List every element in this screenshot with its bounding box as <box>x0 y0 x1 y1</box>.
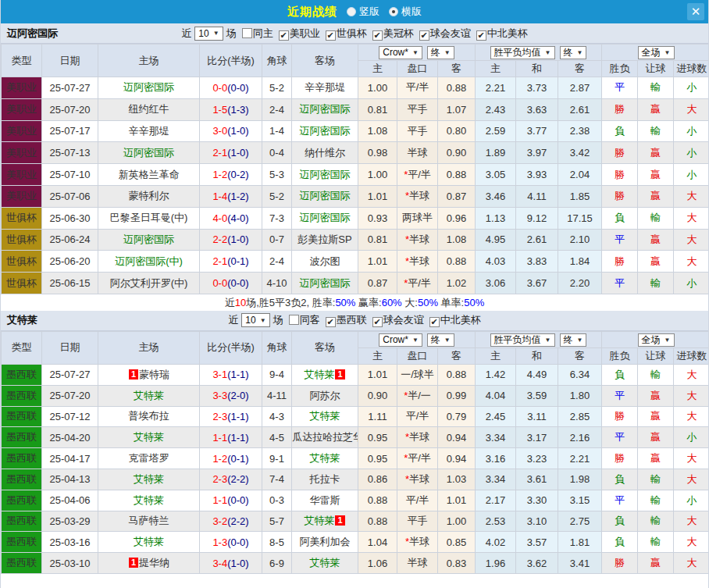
header-dropdown[interactable]: 终▼ <box>427 46 454 59</box>
home-team-name[interactable]: 阿尔艾利开罗(中) <box>110 277 188 289</box>
home-team-name[interactable]: 蒙特利尔 <box>129 190 169 201</box>
filter-checkbox[interactable]: ✔ <box>326 30 336 41</box>
table-row: 墨西联25-04-13艾特莱2-3(2-2)7-4托拉卡0.86*半球1.033… <box>2 469 709 490</box>
home-team-name[interactable]: 辛辛那堤 <box>129 125 169 137</box>
corners-cell: 7-3 <box>262 207 292 229</box>
goals-result: 小 <box>674 427 709 448</box>
away-team-name[interactable]: 阿美利加会 <box>300 536 351 547</box>
league-type-badge: 美职业 <box>2 142 42 164</box>
wdl-mean-value: 3.30 <box>516 490 558 511</box>
home-team-name[interactable]: 巴黎圣日耳曼(中) <box>110 212 188 223</box>
match-count-select[interactable]: 10▼ <box>194 27 223 41</box>
away-team-name[interactable]: 艾特莱 <box>310 452 340 464</box>
home-team-name[interactable]: 艾特莱 <box>134 494 164 506</box>
handicap-odds: 0.93 <box>358 207 397 229</box>
filter-checkbox[interactable]: ✔ <box>372 30 383 41</box>
handicap-result: 輸 <box>638 364 674 385</box>
home-team-name[interactable]: 克雷塔罗 <box>129 452 169 464</box>
corners-cell: 0-4 <box>262 142 292 164</box>
wdl-mean-value: 3.93 <box>516 164 558 186</box>
filter-checkbox[interactable] <box>289 315 299 325</box>
filter-checkbox[interactable]: ✔ <box>419 30 429 41</box>
home-team-name[interactable]: 马萨特兰 <box>129 515 169 526</box>
wdl-mean-value: 2.75 <box>558 511 602 532</box>
header-dropdown[interactable]: 终▼ <box>560 46 587 59</box>
header-dropdown[interactable]: 全场▼ <box>638 46 675 59</box>
away-team-name[interactable]: 彭美拉斯SP <box>297 233 351 245</box>
away-team-name[interactable]: 迈阿密国际 <box>300 125 351 137</box>
handicap-odds: 0.90 <box>438 142 476 164</box>
home-team-name[interactable]: 新英格兰革命 <box>119 169 180 180</box>
handicap-result: 輸 <box>638 207 674 229</box>
filter-checkbox[interactable] <box>242 28 252 38</box>
corners-cell: 7-4 <box>262 469 292 490</box>
away-team-name[interactable]: 托拉卡 <box>310 473 340 485</box>
column-header: 主场 <box>98 45 200 77</box>
away-team-name[interactable]: 辛辛那堤 <box>305 81 345 93</box>
away-team-name[interactable]: 波尔图 <box>310 255 340 267</box>
goals-result: 大 <box>674 229 709 251</box>
handicap-odds: 0.94 <box>438 448 476 469</box>
handicap-line: 平/半 <box>397 490 438 511</box>
win-lose-result: 負 <box>602 511 638 532</box>
away-team-name[interactable]: 艾特莱 <box>304 515 334 526</box>
away-team-name[interactable]: 瓜达拉哈拉芝华士 <box>292 431 358 443</box>
home-team-name[interactable]: 艾特莱 <box>134 390 164 401</box>
filter-checkbox[interactable]: ✔ <box>279 30 289 41</box>
summary-segment: 单率: <box>438 297 464 308</box>
home-team-name[interactable]: 艾特莱 <box>134 473 164 485</box>
filter-checkbox[interactable]: ✔ <box>476 30 486 41</box>
header-dropdown[interactable]: 全场▼ <box>638 333 675 347</box>
filter-checkbox[interactable]: ✔ <box>429 317 440 327</box>
home-team-name[interactable]: 迈阿密国际 <box>123 147 174 159</box>
match-count-select[interactable]: 10▼ <box>241 313 269 327</box>
header-dropdown[interactable]: 终▼ <box>560 333 587 347</box>
filter-checkbox[interactable]: ✔ <box>326 317 336 327</box>
away-team-name[interactable]: 华雷斯 <box>310 494 340 506</box>
home-team-name[interactable]: 迈阿密国际 <box>123 233 174 245</box>
away-team-name[interactable]: 迈阿密国际 <box>300 169 351 180</box>
dropdown-group-cell: Crow*▼终▼ <box>358 45 476 61</box>
goals-result: 小 <box>674 273 709 294</box>
league-type-badge: 美职业 <box>2 98 42 120</box>
away-team-name[interactable]: 阿苏尔 <box>310 390 340 401</box>
home-team-name[interactable]: 提华纳 <box>139 557 169 568</box>
away-team-cell: 艾特莱 <box>292 406 358 427</box>
wdl-mean-value: 3.05 <box>476 164 516 186</box>
wdl-mean-value: 3.10 <box>516 511 558 532</box>
home-team-name[interactable]: 纽约红牛 <box>129 103 169 115</box>
away-team-name[interactable]: 迈阿密国际 <box>300 103 351 115</box>
home-team-name[interactable]: 迈阿密国际(中) <box>115 255 183 267</box>
away-team-name[interactable]: 艾特莱 <box>304 369 334 380</box>
close-icon[interactable]: ✕ <box>687 3 704 20</box>
wdl-mean-value: 3.17 <box>516 427 558 448</box>
home-team-name[interactable]: 艾特莱 <box>134 536 164 547</box>
away-team-name[interactable]: 迈阿密国际 <box>300 277 351 289</box>
home-team-name[interactable]: 艾特莱 <box>134 431 164 443</box>
header-dropdown[interactable]: 胜平负均值▼ <box>490 333 555 347</box>
handicap-odds: 1.02 <box>438 273 476 294</box>
handicap-odds: 0.88 <box>358 511 397 532</box>
header-dropdown[interactable]: 胜平负均值▼ <box>490 46 555 59</box>
header-dropdown[interactable]: Crow*▼ <box>379 333 422 347</box>
league-type-badge: 墨西联 <box>2 469 42 490</box>
horizontal-layout-radio[interactable] <box>389 7 398 16</box>
vertical-layout-radio[interactable] <box>347 7 356 16</box>
matches-label: 场 <box>273 313 283 327</box>
column-header: 类型 <box>2 331 42 364</box>
home-team-name[interactable]: 普埃布拉 <box>129 410 169 422</box>
away-team-name[interactable]: 艾特莱 <box>310 557 340 568</box>
away-team-name[interactable]: 纳什维尔 <box>305 147 345 159</box>
home-team-name[interactable]: 蒙特瑞 <box>139 369 169 380</box>
away-team-name[interactable]: 迈阿密国际 <box>300 190 351 201</box>
wdl-mean-value: 4.04 <box>476 385 516 406</box>
league-type-badge: 世俱杯 <box>2 229 42 251</box>
header-dropdown[interactable]: Crow*▼ <box>379 46 422 59</box>
away-team-name[interactable]: 艾特莱 <box>310 410 340 422</box>
wdl-mean-value: 2.20 <box>558 273 602 294</box>
filter-checkbox[interactable]: ✔ <box>372 317 383 327</box>
header-dropdown[interactable]: 终▼ <box>427 333 454 347</box>
home-team-name[interactable]: 迈阿密国际 <box>123 81 174 93</box>
league-type-badge: 墨西联 <box>2 511 42 532</box>
away-team-name[interactable]: 迈阿密国际 <box>300 212 351 223</box>
